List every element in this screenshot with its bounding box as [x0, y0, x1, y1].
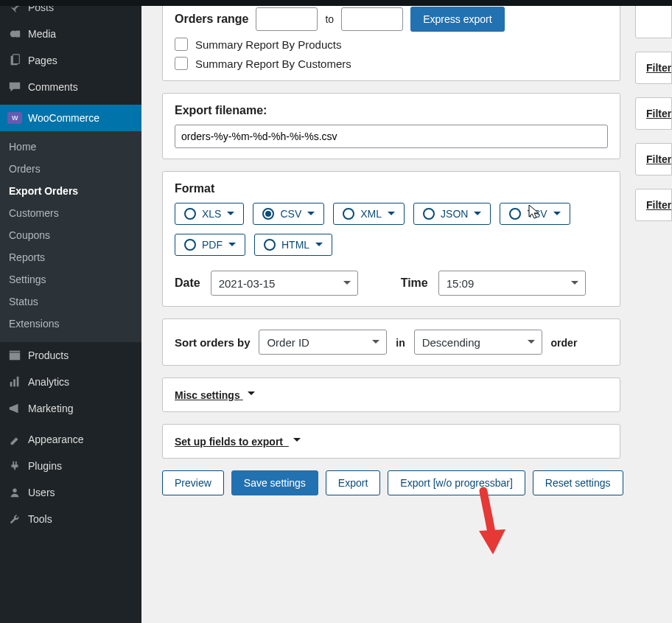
- export-filename-panel: Export filename:: [162, 93, 620, 159]
- filter-box-peek[interactable]: Filter: [635, 143, 672, 175]
- filter-box-peek[interactable]: Filter: [635, 52, 672, 84]
- format-options: XLS CSV XML JSON TSV PDF HTML: [175, 203, 608, 256]
- orders-range-panel: Orders range to Express export Summary R…: [162, 1, 620, 81]
- sidebar-item-label: Analytics: [28, 376, 69, 388]
- sidebar-item-tools[interactable]: Tools: [0, 506, 141, 532]
- svg-rect-3: [13, 55, 19, 64]
- time-label: Time: [401, 276, 428, 290]
- filter-box-peek[interactable]: Filter: [635, 97, 672, 130]
- sidebar-item-media[interactable]: Media: [0, 21, 141, 47]
- format-option-json[interactable]: JSON: [413, 203, 491, 225]
- export-filename-input[interactable]: [175, 125, 608, 148]
- svg-rect-9: [17, 377, 19, 387]
- sidebar-item-analytics[interactable]: Analytics: [0, 369, 141, 395]
- page-icon: [7, 53, 22, 68]
- sidebar-item-label: Plugins: [28, 460, 62, 472]
- time-select[interactable]: 15:09: [438, 271, 586, 296]
- sidebar-item-users[interactable]: Users: [0, 479, 141, 506]
- format-option-xls[interactable]: XLS: [175, 203, 244, 225]
- format-option-xml[interactable]: XML: [333, 203, 405, 225]
- preview-button[interactable]: Preview: [162, 470, 224, 495]
- sort-label: Sort orders by: [175, 336, 251, 349]
- filter-box-peek[interactable]: Filter: [635, 189, 672, 221]
- chevron-down-icon: [248, 391, 255, 399]
- sort-panel: Sort orders by Order ID in Descending or…: [162, 319, 620, 366]
- svg-point-11: [13, 489, 16, 493]
- sidebar-item-label: Media: [28, 28, 56, 40]
- admin-topbar: [0, 0, 672, 6]
- sidebar-item-label: Users: [28, 487, 55, 498]
- orders-range-label: Orders range: [175, 13, 248, 26]
- sort-field-select[interactable]: Order ID: [259, 330, 387, 355]
- orders-range-from-input[interactable]: [256, 7, 318, 31]
- filter-box-peek[interactable]: [635, 3, 672, 38]
- summary-customers-checkbox[interactable]: [175, 57, 188, 70]
- sort-direction-select[interactable]: Descending: [414, 330, 542, 355]
- sub-item-extensions[interactable]: Extensions: [0, 313, 141, 335]
- misc-settings-toggle: Misc settings: [175, 389, 255, 401]
- analytics-icon: [7, 375, 22, 389]
- misc-settings-panel[interactable]: Misc settings: [162, 377, 620, 412]
- main-content: Orders range to Express export Summary R…: [141, 0, 672, 623]
- appearance-icon: [7, 432, 22, 447]
- chevron-down-icon: [315, 243, 323, 250]
- woocommerce-icon: W: [7, 111, 22, 125]
- format-panel: Format XLS CSV XML JSON TSV PDF HTML Dat…: [162, 171, 620, 307]
- sidebar-item-marketing[interactable]: Marketing: [0, 395, 141, 422]
- sidebar-item-label: Marketing: [28, 403, 73, 414]
- format-option-html[interactable]: HTML: [254, 234, 332, 256]
- sidebar-item-products[interactable]: Products: [0, 342, 141, 369]
- sidebar-item-label: Appearance: [28, 434, 84, 445]
- sub-item-status[interactable]: Status: [0, 290, 141, 313]
- setup-fields-toggle: Set up fields to export: [175, 436, 301, 448]
- save-settings-button[interactable]: Save settings: [231, 470, 318, 495]
- date-label: Date: [175, 276, 200, 290]
- summary-customers-label: Summary Report By Customers: [195, 58, 351, 70]
- format-option-pdf[interactable]: PDF: [175, 234, 245, 256]
- annotation-arrow-icon: [469, 485, 513, 566]
- orders-range-to-input[interactable]: [341, 7, 403, 31]
- date-select[interactable]: 2021-03-15: [211, 271, 358, 296]
- svg-rect-4: [10, 352, 20, 361]
- chevron-down-icon: [307, 212, 315, 219]
- svg-rect-7: [10, 382, 13, 386]
- svg-rect-8: [13, 379, 15, 386]
- svg-rect-6: [10, 351, 20, 352]
- sidebar-item-label: Products: [28, 349, 69, 361]
- marketing-icon: [7, 401, 22, 416]
- sub-item-customers[interactable]: Customers: [0, 202, 141, 224]
- woocommerce-submenu: Home Orders Export Orders Customers Coup…: [0, 131, 141, 342]
- reset-settings-button[interactable]: Reset settings: [533, 470, 623, 495]
- chevron-down-icon: [388, 212, 395, 219]
- comment-icon: [7, 80, 22, 94]
- sub-item-coupons[interactable]: Coupons: [0, 224, 141, 246]
- setup-fields-panel[interactable]: Set up fields to export: [162, 424, 620, 459]
- users-icon: [7, 485, 22, 500]
- sidebar-item-woocommerce[interactable]: W WooCommerce: [0, 105, 141, 131]
- chevron-down-icon: [474, 212, 481, 219]
- export-filename-label: Export filename:: [175, 104, 608, 117]
- tools-icon: [7, 512, 22, 526]
- products-icon: [7, 348, 22, 363]
- sub-item-reports[interactable]: Reports: [0, 246, 141, 268]
- express-export-button[interactable]: Express export: [410, 7, 504, 32]
- format-label: Format: [175, 182, 608, 195]
- sidebar-item-comments[interactable]: Comments: [0, 74, 141, 100]
- sub-item-home[interactable]: Home: [0, 136, 141, 158]
- sidebar-item-label: Comments: [28, 81, 78, 93]
- summary-products-checkbox[interactable]: [175, 38, 188, 51]
- admin-sidebar: Posts Media Pages Comments W WooCommerce…: [0, 0, 141, 623]
- chevron-down-icon: [553, 212, 561, 219]
- media-icon: [7, 27, 22, 41]
- sidebar-item-appearance[interactable]: Appearance: [0, 426, 141, 453]
- export-wo-progress-button[interactable]: Export [w/o progressbar]: [388, 470, 525, 495]
- sub-item-settings[interactable]: Settings: [0, 268, 141, 290]
- svg-rect-1: [15, 31, 20, 38]
- export-button[interactable]: Export: [326, 470, 380, 495]
- sub-item-orders[interactable]: Orders: [0, 158, 141, 180]
- format-option-tsv[interactable]: TSV: [500, 203, 570, 225]
- sub-item-export-orders[interactable]: Export Orders: [0, 180, 141, 202]
- sidebar-item-plugins[interactable]: Plugins: [0, 453, 141, 479]
- sidebar-item-pages[interactable]: Pages: [0, 47, 141, 74]
- format-option-csv[interactable]: CSV: [253, 203, 324, 225]
